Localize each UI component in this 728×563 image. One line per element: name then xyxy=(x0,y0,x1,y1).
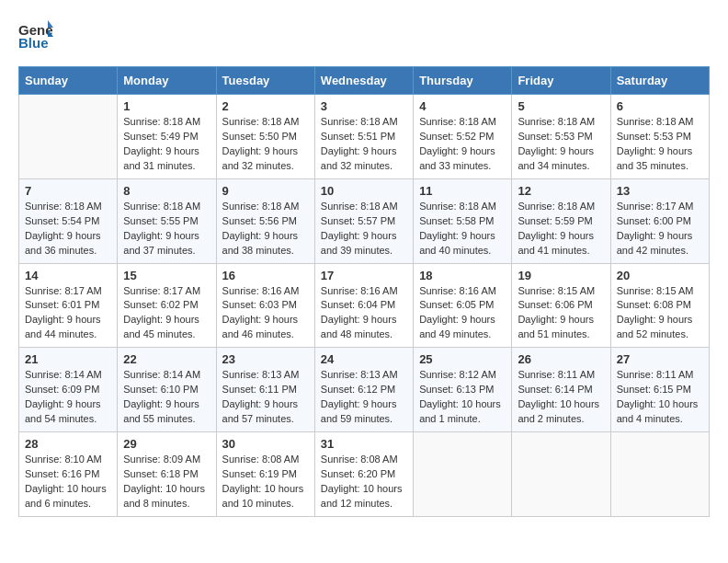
day-number: 14 xyxy=(25,269,111,282)
calendar-cell: 9 Sunrise: 8:18 AM Sunset: 5:56 PM Dayli… xyxy=(216,178,314,263)
day-number: 27 xyxy=(617,352,703,366)
calendar-table: SundayMondayTuesdayWednesdayThursdayFrid… xyxy=(18,66,710,517)
daylight-text: Daylight: 9 hours and 42 minutes. xyxy=(617,230,693,256)
day-number: 16 xyxy=(222,269,309,282)
sunset-text: Sunset: 6:20 PM xyxy=(321,468,395,479)
cell-info: Sunrise: 8:09 AM Sunset: 6:18 PM Dayligh… xyxy=(123,453,210,511)
calendar-cell: 24 Sunrise: 8:13 AM Sunset: 6:12 PM Dayl… xyxy=(314,348,413,432)
calendar-cell: 8 Sunrise: 8:18 AM Sunset: 5:55 PM Dayli… xyxy=(118,178,216,263)
calendar-cell: 13 Sunrise: 8:17 AM Sunset: 6:00 PM Dayl… xyxy=(610,178,709,263)
calendar-week-row: 28 Sunrise: 8:10 AM Sunset: 6:16 PM Dayl… xyxy=(19,432,710,517)
sunset-text: Sunset: 6:03 PM xyxy=(222,299,297,310)
cell-info: Sunrise: 8:16 AM Sunset: 6:04 PM Dayligh… xyxy=(321,284,407,343)
cell-info: Sunrise: 8:08 AM Sunset: 6:19 PM Dayligh… xyxy=(222,453,309,511)
cell-info: Sunrise: 8:16 AM Sunset: 6:03 PM Dayligh… xyxy=(222,284,309,343)
daylight-text: Daylight: 9 hours and 51 minutes. xyxy=(518,314,594,339)
day-number: 18 xyxy=(419,269,506,282)
cell-info: Sunrise: 8:15 AM Sunset: 6:06 PM Dayligh… xyxy=(518,284,604,343)
calendar-cell: 6 Sunrise: 8:18 AM Sunset: 5:53 PM Dayli… xyxy=(610,95,709,179)
cell-info: Sunrise: 8:18 AM Sunset: 5:49 PM Dayligh… xyxy=(123,115,210,174)
sunrise-text: Sunrise: 8:16 AM xyxy=(321,285,398,296)
sunset-text: Sunset: 6:08 PM xyxy=(617,299,691,310)
sunrise-text: Sunrise: 8:13 AM xyxy=(321,369,398,380)
sunrise-text: Sunrise: 8:15 AM xyxy=(617,285,694,296)
sunrise-text: Sunrise: 8:18 AM xyxy=(617,116,694,127)
day-number: 31 xyxy=(321,437,407,451)
calendar-week-row: 21 Sunrise: 8:14 AM Sunset: 6:09 PM Dayl… xyxy=(19,348,710,432)
sunset-text: Sunset: 6:10 PM xyxy=(123,384,198,395)
calendar-cell: 27 Sunrise: 8:11 AM Sunset: 6:15 PM Dayl… xyxy=(610,348,709,432)
sunrise-text: Sunrise: 8:17 AM xyxy=(25,285,102,296)
sunrise-text: Sunrise: 8:16 AM xyxy=(419,285,496,296)
daylight-text: Daylight: 9 hours and 44 minutes. xyxy=(25,314,101,339)
sunrise-text: Sunrise: 8:18 AM xyxy=(321,116,398,127)
sunset-text: Sunset: 5:55 PM xyxy=(123,215,198,226)
sunset-text: Sunset: 6:18 PM xyxy=(123,468,198,479)
cell-info: Sunrise: 8:18 AM Sunset: 5:55 PM Dayligh… xyxy=(123,200,210,259)
calendar-cell: 18 Sunrise: 8:16 AM Sunset: 6:05 PM Dayl… xyxy=(414,263,512,348)
sunset-text: Sunset: 5:51 PM xyxy=(321,131,395,142)
daylight-text: Daylight: 9 hours and 32 minutes. xyxy=(222,145,299,171)
cell-info: Sunrise: 8:14 AM Sunset: 6:10 PM Dayligh… xyxy=(123,368,210,427)
sunset-text: Sunset: 6:02 PM xyxy=(123,299,198,310)
sunset-text: Sunset: 6:16 PM xyxy=(25,468,99,479)
daylight-text: Daylight: 9 hours and 37 minutes. xyxy=(123,230,199,256)
day-header-tuesday: Tuesday xyxy=(216,67,314,95)
calendar-cell: 12 Sunrise: 8:18 AM Sunset: 5:59 PM Dayl… xyxy=(512,178,610,263)
cell-info: Sunrise: 8:13 AM Sunset: 6:12 PM Dayligh… xyxy=(321,368,407,427)
cell-info: Sunrise: 8:18 AM Sunset: 5:53 PM Dayligh… xyxy=(617,115,703,174)
sunset-text: Sunset: 6:00 PM xyxy=(617,215,691,226)
sunset-text: Sunset: 5:59 PM xyxy=(518,215,592,226)
daylight-text: Daylight: 10 hours and 12 minutes. xyxy=(321,483,403,509)
cell-info: Sunrise: 8:18 AM Sunset: 5:56 PM Dayligh… xyxy=(222,200,309,259)
day-number: 12 xyxy=(518,184,604,198)
sunset-text: Sunset: 5:57 PM xyxy=(321,215,395,226)
sunrise-text: Sunrise: 8:09 AM xyxy=(123,454,200,465)
day-number: 20 xyxy=(617,269,703,282)
cell-info: Sunrise: 8:10 AM Sunset: 6:16 PM Dayligh… xyxy=(25,453,111,511)
day-number: 23 xyxy=(222,352,309,366)
day-number: 15 xyxy=(123,269,210,282)
daylight-text: Daylight: 10 hours and 8 minutes. xyxy=(123,483,205,509)
sunrise-text: Sunrise: 8:18 AM xyxy=(518,116,595,127)
daylight-text: Daylight: 9 hours and 59 minutes. xyxy=(321,398,397,424)
daylight-text: Daylight: 9 hours and 55 minutes. xyxy=(123,398,199,424)
cell-info: Sunrise: 8:18 AM Sunset: 5:50 PM Dayligh… xyxy=(222,115,309,174)
day-number: 2 xyxy=(222,99,309,113)
sunrise-text: Sunrise: 8:14 AM xyxy=(25,369,102,380)
day-number: 30 xyxy=(222,437,309,451)
sunset-text: Sunset: 6:04 PM xyxy=(321,299,395,310)
cell-info: Sunrise: 8:08 AM Sunset: 6:20 PM Dayligh… xyxy=(321,453,407,511)
sunrise-text: Sunrise: 8:18 AM xyxy=(222,201,300,212)
sunrise-text: Sunrise: 8:18 AM xyxy=(419,201,496,212)
day-number: 17 xyxy=(321,269,407,282)
calendar-week-row: 1 Sunrise: 8:18 AM Sunset: 5:49 PM Dayli… xyxy=(19,95,710,179)
sunrise-text: Sunrise: 8:13 AM xyxy=(222,369,300,380)
cell-info: Sunrise: 8:18 AM Sunset: 5:57 PM Dayligh… xyxy=(321,200,407,259)
cell-info: Sunrise: 8:18 AM Sunset: 5:54 PM Dayligh… xyxy=(25,200,111,259)
sunset-text: Sunset: 5:50 PM xyxy=(222,131,297,142)
daylight-text: Daylight: 9 hours and 41 minutes. xyxy=(518,230,594,256)
daylight-text: Daylight: 9 hours and 36 minutes. xyxy=(25,230,101,256)
day-number: 3 xyxy=(321,99,407,113)
sunrise-text: Sunrise: 8:12 AM xyxy=(419,369,496,380)
sunrise-text: Sunrise: 8:18 AM xyxy=(123,116,200,127)
sunset-text: Sunset: 6:11 PM xyxy=(222,384,297,395)
day-number: 7 xyxy=(25,184,111,198)
calendar-cell: 3 Sunrise: 8:18 AM Sunset: 5:51 PM Dayli… xyxy=(314,95,413,179)
day-number: 24 xyxy=(321,352,407,366)
sunset-text: Sunset: 6:19 PM xyxy=(222,468,297,479)
calendar-cell: 26 Sunrise: 8:11 AM Sunset: 6:14 PM Dayl… xyxy=(512,348,610,432)
daylight-text: Daylight: 10 hours and 1 minute. xyxy=(419,398,501,424)
sunrise-text: Sunrise: 8:18 AM xyxy=(419,116,496,127)
calendar-cell: 25 Sunrise: 8:12 AM Sunset: 6:13 PM Dayl… xyxy=(414,348,512,432)
sunset-text: Sunset: 6:15 PM xyxy=(617,384,691,395)
day-number: 11 xyxy=(419,184,506,198)
cell-info: Sunrise: 8:17 AM Sunset: 6:00 PM Dayligh… xyxy=(617,200,703,259)
daylight-text: Daylight: 9 hours and 54 minutes. xyxy=(25,398,101,424)
calendar-cell xyxy=(19,95,118,179)
calendar-week-row: 7 Sunrise: 8:18 AM Sunset: 5:54 PM Dayli… xyxy=(19,178,710,263)
sunset-text: Sunset: 5:53 PM xyxy=(617,131,691,142)
day-number: 9 xyxy=(222,184,309,198)
sunset-text: Sunset: 5:52 PM xyxy=(419,131,494,142)
